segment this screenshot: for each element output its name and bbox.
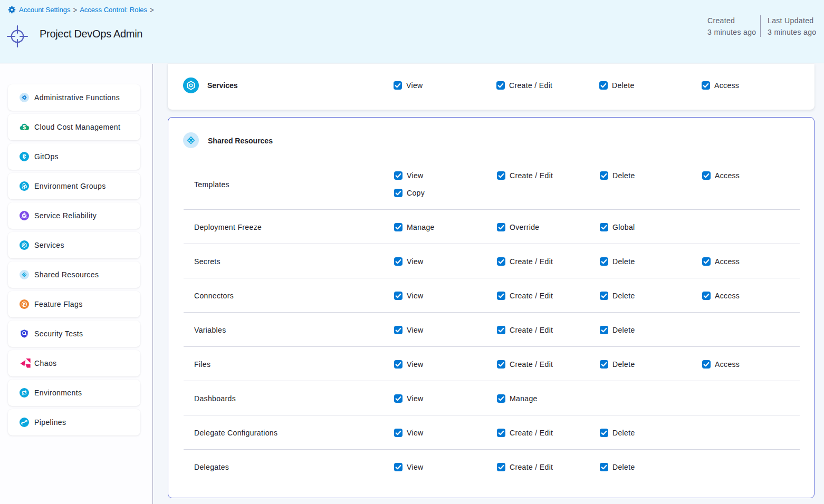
svg-text:$: $ [23,124,26,130]
